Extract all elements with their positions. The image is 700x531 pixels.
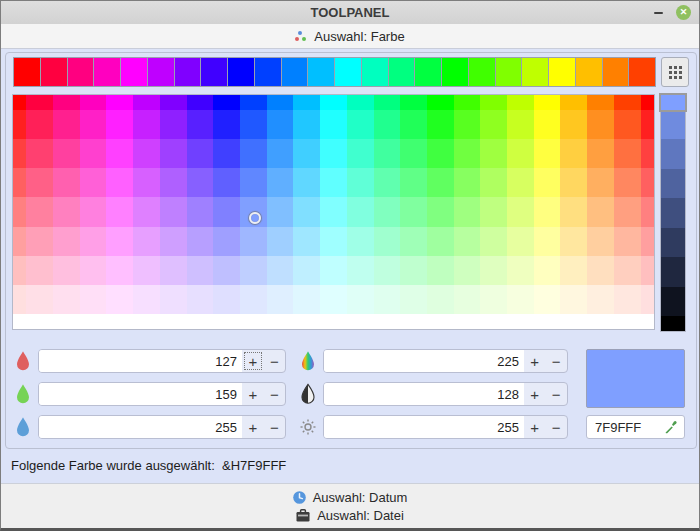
sv-cell[interactable] bbox=[187, 110, 214, 139]
sv-cell[interactable] bbox=[187, 256, 214, 285]
sv-cell[interactable] bbox=[641, 168, 654, 197]
sv-cell[interactable] bbox=[480, 168, 507, 197]
sv-cell[interactable] bbox=[454, 139, 481, 168]
sv-cell[interactable] bbox=[240, 314, 267, 329]
sv-cell[interactable] bbox=[374, 285, 401, 314]
sv-cell[interactable] bbox=[374, 197, 401, 226]
sv-cell[interactable] bbox=[454, 168, 481, 197]
sv-cell[interactable] bbox=[347, 110, 374, 139]
sv-cell[interactable] bbox=[614, 256, 641, 285]
sv-cell[interactable] bbox=[614, 314, 641, 329]
sv-cell[interactable] bbox=[293, 227, 320, 256]
sv-cell[interactable] bbox=[320, 110, 347, 139]
sv-cell[interactable] bbox=[13, 285, 26, 314]
hue-cell[interactable] bbox=[201, 58, 227, 86]
sv-cell[interactable] bbox=[347, 227, 374, 256]
blue-plus-button[interactable]: + bbox=[242, 416, 263, 438]
sv-cell[interactable] bbox=[106, 110, 133, 139]
minimize-button[interactable] bbox=[654, 12, 663, 14]
sv-cell[interactable] bbox=[454, 314, 481, 329]
sv-cell[interactable] bbox=[400, 139, 427, 168]
sv-cell[interactable] bbox=[53, 227, 80, 256]
sv-cell[interactable] bbox=[507, 197, 534, 226]
sv-cell[interactable] bbox=[507, 314, 534, 329]
sv-cell[interactable] bbox=[80, 197, 107, 226]
sv-cell[interactable] bbox=[160, 95, 187, 110]
red-plus-button[interactable]: + bbox=[242, 350, 263, 372]
sv-cell[interactable] bbox=[480, 139, 507, 168]
sv-cell[interactable] bbox=[454, 256, 481, 285]
sv-cell[interactable] bbox=[53, 256, 80, 285]
sv-cell[interactable] bbox=[267, 139, 294, 168]
hue-cell[interactable] bbox=[41, 58, 67, 86]
hue-cell[interactable] bbox=[148, 58, 174, 86]
sv-cell[interactable] bbox=[26, 168, 53, 197]
sv-cell[interactable] bbox=[534, 139, 561, 168]
sv-cell[interactable] bbox=[560, 285, 587, 314]
sv-cell[interactable] bbox=[160, 168, 187, 197]
sv-cell[interactable] bbox=[267, 197, 294, 226]
sv-cell[interactable] bbox=[53, 139, 80, 168]
hue-cell[interactable] bbox=[496, 58, 522, 86]
sv-cell[interactable] bbox=[614, 227, 641, 256]
sv-cell[interactable] bbox=[454, 285, 481, 314]
green-minus-button[interactable]: − bbox=[264, 383, 285, 405]
sv-cell[interactable] bbox=[13, 256, 26, 285]
sv-cell[interactable] bbox=[427, 110, 454, 139]
sv-cell[interactable] bbox=[160, 139, 187, 168]
sv-cell[interactable] bbox=[507, 285, 534, 314]
sv-cell[interactable] bbox=[427, 285, 454, 314]
sv-cell[interactable] bbox=[106, 139, 133, 168]
value-cell[interactable] bbox=[661, 287, 685, 317]
sv-cell[interactable] bbox=[480, 256, 507, 285]
sv-cell[interactable] bbox=[213, 139, 240, 168]
sv-cell[interactable] bbox=[53, 285, 80, 314]
sv-cell[interactable] bbox=[320, 227, 347, 256]
hue-cell[interactable] bbox=[442, 58, 468, 86]
sv-cell[interactable] bbox=[133, 227, 160, 256]
sv-cell[interactable] bbox=[507, 168, 534, 197]
hue-cell[interactable] bbox=[415, 58, 441, 86]
sv-cell[interactable] bbox=[507, 95, 534, 110]
sv-cell[interactable] bbox=[293, 168, 320, 197]
sv-cell[interactable] bbox=[507, 256, 534, 285]
hue-cell[interactable] bbox=[576, 58, 602, 86]
hue-plus-button[interactable]: + bbox=[524, 350, 546, 372]
sv-cell[interactable] bbox=[267, 110, 294, 139]
sv-cell[interactable] bbox=[480, 95, 507, 110]
red-input[interactable]: 127 bbox=[39, 350, 242, 372]
sv-cell[interactable] bbox=[347, 256, 374, 285]
sv-cell[interactable] bbox=[534, 227, 561, 256]
sv-cell[interactable] bbox=[534, 197, 561, 226]
sv-cell[interactable] bbox=[187, 95, 214, 110]
sv-cell[interactable] bbox=[347, 197, 374, 226]
sv-cell[interactable] bbox=[560, 168, 587, 197]
sv-cell[interactable] bbox=[587, 168, 614, 197]
sv-cell[interactable] bbox=[641, 95, 654, 110]
sv-cell[interactable] bbox=[213, 314, 240, 329]
sv-cell[interactable] bbox=[187, 139, 214, 168]
sv-cell[interactable] bbox=[587, 110, 614, 139]
sv-cell[interactable] bbox=[80, 256, 107, 285]
green-input[interactable]: 159 bbox=[39, 383, 242, 405]
sv-cell[interactable] bbox=[587, 314, 614, 329]
hue-cell[interactable] bbox=[121, 58, 147, 86]
sv-cell[interactable] bbox=[587, 285, 614, 314]
hue-cell[interactable] bbox=[603, 58, 629, 86]
sv-cell[interactable] bbox=[240, 95, 267, 110]
sv-cell[interactable] bbox=[240, 168, 267, 197]
sv-cell[interactable] bbox=[427, 168, 454, 197]
sv-cell[interactable] bbox=[507, 227, 534, 256]
sv-cell[interactable] bbox=[641, 285, 654, 314]
sv-cell[interactable] bbox=[347, 285, 374, 314]
sv-cell[interactable] bbox=[560, 256, 587, 285]
value-cell[interactable] bbox=[661, 228, 685, 258]
sv-cell[interactable] bbox=[240, 285, 267, 314]
sv-cell[interactable] bbox=[560, 314, 587, 329]
sv-cell[interactable] bbox=[427, 139, 454, 168]
sv-cell[interactable] bbox=[480, 110, 507, 139]
color-selection-marker[interactable] bbox=[249, 212, 261, 224]
eyedropper-icon[interactable] bbox=[664, 420, 678, 434]
sv-cell[interactable] bbox=[187, 168, 214, 197]
sv-cell[interactable] bbox=[374, 227, 401, 256]
